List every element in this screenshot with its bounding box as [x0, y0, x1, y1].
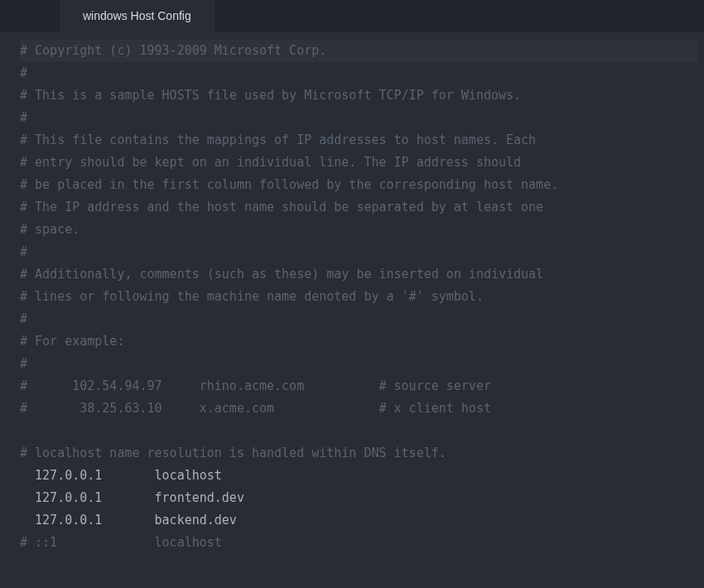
code-line: 127.0.0.1 localhost	[20, 465, 697, 487]
code-line: #	[20, 62, 697, 84]
code-line: 127.0.0.1 frontend.dev	[20, 487, 697, 509]
line-number	[0, 465, 17, 487]
code-line: # be placed in the first column followed…	[20, 174, 697, 196]
line-number	[0, 330, 17, 353]
line-number	[0, 398, 17, 420]
line-number	[0, 308, 17, 330]
line-number	[0, 442, 17, 465]
line-number	[0, 40, 17, 62]
line-number	[0, 196, 17, 219]
code-line: # localhost name resolution is handled w…	[20, 442, 697, 465]
code-line: # The IP address and the host name shoul…	[20, 196, 697, 219]
tab-bar: windows Host Config	[0, 0, 704, 31]
code-line: # This file contains the mappings of IP …	[20, 129, 697, 152]
code-line: # space.	[20, 219, 697, 241]
line-number	[0, 286, 17, 308]
code-line: # This is a sample HOSTS file used by Mi…	[20, 84, 697, 107]
code-line: #	[20, 107, 697, 129]
editor[interactable]: # Copyright (c) 1993-2009 Microsoft Corp…	[0, 31, 704, 554]
code-line: 127.0.0.1 backend.dev	[20, 509, 697, 532]
tab-bar-rest	[215, 0, 704, 31]
tab-hosts-config[interactable]: windows Host Config	[60, 0, 215, 31]
code-line: #	[20, 241, 697, 263]
tab-label: windows Host Config	[83, 9, 191, 22]
code-line: # 102.54.94.97 rhino.acme.com # source s…	[20, 375, 697, 398]
line-number	[0, 487, 17, 509]
line-number	[0, 219, 17, 241]
code-line: # Copyright (c) 1993-2009 Microsoft Corp…	[20, 40, 697, 62]
line-number	[0, 263, 17, 286]
line-number	[0, 62, 17, 84]
line-number	[0, 241, 17, 263]
code-line: #	[20, 353, 697, 375]
code-line: # For example:	[20, 330, 697, 353]
code-line: #	[20, 308, 697, 330]
line-number	[0, 129, 17, 152]
line-number	[0, 509, 17, 532]
line-number	[0, 420, 17, 442]
line-number	[0, 174, 17, 196]
code-line: # entry should be kept on an individual …	[20, 152, 697, 174]
line-number	[0, 375, 17, 398]
line-number	[0, 84, 17, 107]
line-number-gutter	[0, 40, 20, 554]
line-number	[0, 353, 17, 375]
code-line: # ::1 localhost	[20, 532, 697, 554]
line-number	[0, 152, 17, 174]
code-line: # lines or following the machine name de…	[20, 286, 697, 308]
code-line: # 38.25.63.10 x.acme.com # x client host	[20, 398, 697, 420]
line-number	[0, 107, 17, 129]
code-line: # Additionally, comments (such as these)…	[20, 263, 697, 286]
tab-spacer	[0, 0, 60, 31]
line-number	[0, 532, 17, 554]
code-line	[20, 420, 697, 442]
code-area[interactable]: # Copyright (c) 1993-2009 Microsoft Corp…	[20, 40, 697, 554]
